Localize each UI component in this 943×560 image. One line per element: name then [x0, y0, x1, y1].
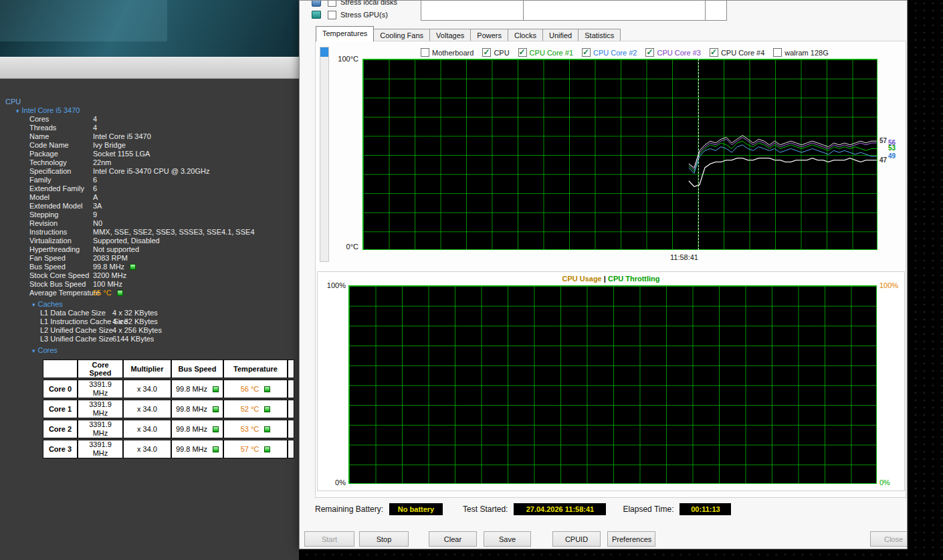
cache-label: L1 Instructions Cache Size [0, 317, 112, 326]
legend-checkbox[interactable] [645, 48, 654, 57]
desktop-wallpaper-left [0, 0, 299, 57]
property-row: Stock Bus Speed100 MHz [0, 280, 299, 289]
property-label: Code Name [0, 141, 93, 150]
stress-gpu-checkbox[interactable] [328, 11, 336, 19]
legend-checkbox[interactable] [773, 48, 782, 57]
cores-header-cell: Multiplier [123, 360, 171, 378]
tab-voltages[interactable]: Voltages [429, 29, 471, 41]
stress-gpu-label: Stress GPU(s) [340, 11, 388, 19]
core-multiplier-cell: x 34.0 [123, 400, 171, 418]
cache-label: L3 Unified Cache Size [0, 335, 112, 343]
stop-button[interactable]: Stop [359, 531, 409, 547]
legend-checkbox[interactable] [482, 48, 491, 57]
desktop: CPU ▾Intel Core i5 3470 Cores4Threads4Na… [0, 0, 943, 560]
tab-strip: TemperaturesCooling FansVoltagesPowersCl… [316, 29, 620, 41]
legend-item[interactable]: CPU Core #2 [582, 48, 637, 57]
status-led-icon [213, 426, 219, 432]
usage-axis-right-max: 100% [879, 281, 898, 289]
property-label: Model [0, 193, 93, 202]
tab-clocks[interactable]: Clocks [508, 29, 543, 41]
tab-temperatures[interactable]: Temperatures [316, 26, 374, 41]
core-name-cell: Core 1 [43, 400, 78, 418]
property-row: Technology22nm [0, 158, 299, 167]
tree-node-cores[interactable]: ▾Cores [0, 346, 299, 355]
property-value: Supported, Disabled [93, 237, 299, 245]
elapsed-value: 00:11:13 [679, 503, 731, 515]
tab-powers[interactable]: Powers [470, 29, 508, 41]
cores-table: Core SpeedMultiplierBus SpeedTemperature… [43, 358, 294, 460]
property-value: 100 MHz [93, 280, 299, 289]
clear-button[interactable]: Clear [429, 531, 477, 547]
status-led-icon [264, 406, 270, 412]
start-button[interactable]: Start [304, 531, 354, 547]
stress-disks-checkbox[interactable] [328, 0, 336, 7]
legend-label: CPU Core #1 [530, 49, 573, 57]
test-start-marker [698, 59, 699, 250]
stress-gpu-row: Stress GPU(s) [312, 9, 388, 20]
temperature-series [363, 59, 877, 249]
top-listbox[interactable] [421, 0, 727, 21]
legend-item[interactable]: CPU [482, 48, 509, 57]
legend-checkbox[interactable] [518, 48, 527, 57]
cores-header-cell: Core Speed [78, 360, 123, 378]
save-button[interactable]: Save [484, 531, 531, 547]
preferences-button[interactable]: Preferences [607, 531, 655, 547]
cache-row: L3 Unified Cache Size6144 KBytes [0, 335, 299, 343]
usage-axis-right-min: 0% [879, 478, 890, 486]
tree-node-processor[interactable]: ▾Intel Core i5 3470 [0, 106, 299, 115]
status-led-icon [130, 264, 136, 270]
cache-properties: L1 Data Cache Size4 x 32 KBytesL1 Instru… [0, 309, 299, 343]
legend-item[interactable]: Motherboard [421, 48, 474, 57]
legend-item[interactable]: CPU Core #3 [645, 48, 700, 57]
left-window-toolbar [0, 57, 299, 79]
core-bus-cell: 99.8 MHz [171, 440, 223, 458]
tree-node-label: Intel Core i5 3470 [22, 106, 80, 114]
core-name-cell: Core 2 [43, 420, 78, 438]
core-multiplier-cell: x 34.0 [123, 380, 171, 398]
tree-root-cpu[interactable]: CPU [0, 98, 299, 106]
legend-item[interactable]: CPU Core #1 [518, 48, 573, 57]
property-value: MMX, SSE, SSE2, SSE3, SSSE3, SSE4.1, SSE… [93, 228, 299, 237]
monitor-window: Stress local disks Stress GPU(s) Tempera… [299, 0, 908, 549]
cores-header-cell: Bus Speed [171, 360, 223, 378]
property-label: Family [0, 176, 93, 184]
legend-item[interactable]: CPU Core #4 [710, 48, 764, 57]
property-label: Bus Speed [0, 263, 93, 271]
zoom-slider[interactable] [320, 47, 329, 262]
tab-unified[interactable]: Unified [542, 29, 579, 41]
battery-value: No battery [389, 503, 443, 515]
property-label: Average Temperature [0, 289, 93, 297]
disk-icon [312, 0, 321, 7]
property-value: 4 [93, 124, 299, 132]
tree-collapse-icon: ▾ [16, 108, 19, 114]
legend-checkbox[interactable] [710, 48, 718, 57]
core-speed-cell: 3391.9 MHz [78, 400, 123, 418]
close-button[interactable]: Close [870, 531, 908, 547]
status-led-icon [213, 406, 219, 412]
core-name-cell: Core 3 [43, 440, 78, 458]
legend-item[interactable]: walram 128G [773, 48, 828, 57]
tree-collapse-icon: ▾ [32, 301, 35, 308]
property-label: Technology [0, 158, 93, 167]
property-row: Code NameIvy Bridge [0, 141, 299, 150]
status-led-icon [213, 446, 219, 452]
legend-checkbox[interactable] [421, 48, 429, 57]
tab-cooling-fans[interactable]: Cooling Fans [373, 29, 430, 41]
legend-label: walram 128G [784, 49, 828, 57]
tree-node-caches[interactable]: ▾Caches [0, 300, 299, 309]
status-led-icon [264, 386, 270, 392]
property-value: Ivy Bridge [93, 141, 299, 150]
usage-graph [348, 285, 877, 484]
cpuid-button[interactable]: CPUID [552, 531, 601, 547]
legend-label: CPU Core #4 [721, 49, 764, 57]
temp-axis-max: 100°C [328, 55, 358, 63]
cores-header-cell: Temperature [223, 360, 288, 378]
property-row: Cores4 [0, 115, 299, 124]
tab-statistics[interactable]: Statistics [578, 29, 621, 41]
property-row: Bus Speed99.8 MHz [0, 263, 299, 271]
tree-node-label: Cores [38, 346, 58, 354]
test-started-value: 27.04.2026 11:58:41 [514, 503, 606, 515]
property-row: Extended Family6 [0, 184, 299, 193]
legend-checkbox[interactable] [582, 48, 591, 57]
property-row: Threads4 [0, 124, 299, 132]
